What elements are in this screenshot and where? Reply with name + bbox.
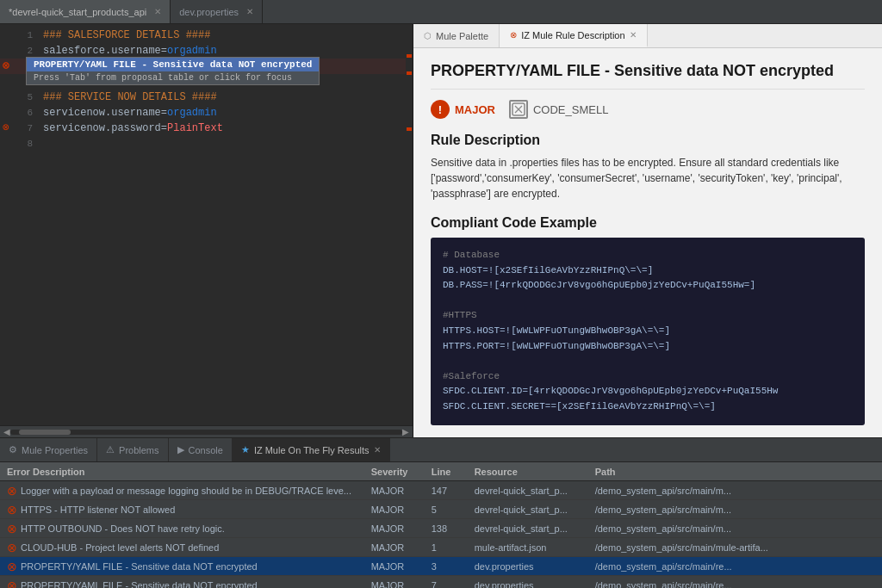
tab-devprops[interactable]: dev.properties ✕ [171, 0, 263, 23]
header-path: Path [588, 467, 882, 477]
error-dot-3: ⊗ [7, 541, 17, 554]
result-line-4: 3 [425, 561, 468, 572]
result-sev-5: MAJOR [364, 580, 425, 589]
result-desc-4: ⊗ PROPERTY/YAML FILE - Sensitive data NO… [0, 560, 364, 573]
result-sev-2: MAJOR [364, 523, 425, 534]
result-resource-0: devrel-quick_start_p... [468, 486, 588, 496]
top-tab-bar: *devrel-quick_start_products_api ✕ dev.p… [0, 0, 882, 24]
tab-rule-label: IZ Mule Rule Description [521, 30, 624, 40]
header-line: Line [425, 467, 468, 477]
line-content-7: servicenow.password=PlainText [40, 121, 413, 136]
result-sev-3: MAJOR [364, 542, 425, 553]
rule-content: PROPERTY/YAML FILE - Sensitive data NOT … [413, 48, 882, 437]
tab-problems[interactable]: ⚠ Problems [97, 438, 168, 461]
properties-icon: ⚙ [9, 444, 17, 455]
example-title: Compliant Code Example [431, 215, 865, 231]
major-badge: ! MAJOR [431, 100, 495, 119]
error-mark-1 [407, 54, 412, 58]
line5-error [0, 90, 12, 105]
line-content-1: ### SALESFORCE DETAILS #### [40, 28, 413, 43]
result-desc-2: ⊗ HTTP OUTBOUND - Does NOT have retry lo… [0, 522, 364, 535]
scrollbar-marks [406, 24, 413, 425]
code-line-1: 1 ### SALESFORCE DETAILS #### [0, 28, 413, 43]
line-num-8: 8 [12, 136, 40, 152]
line-content-8 [40, 136, 413, 152]
fly-results-icon: ★ [241, 444, 250, 455]
rule-desc-title: Rule Description [431, 133, 865, 148]
result-desc-3: ⊗ CLOUD-HUB - Project level alerts NOT d… [0, 541, 364, 554]
line3-error-icon: ⊗ [0, 59, 12, 74]
close-icon[interactable]: ✕ [154, 7, 161, 16]
line7-error-icon: ⊗ [0, 121, 12, 136]
editor-area[interactable]: 1 ### SALESFORCE DETAILS #### 2 salesfor… [0, 24, 413, 425]
result-resource-1: devrel-quick_start_p... [468, 504, 588, 515]
results-body: ⊗ Logger with a payload or message loggi… [0, 481, 882, 588]
result-line-2: 138 [425, 523, 468, 534]
scroll-right-btn[interactable]: ▶ [402, 427, 409, 436]
tab-console-label: Console [189, 445, 223, 455]
result-path-2: /demo_system_api/src/main/m... [588, 523, 882, 534]
code-line-7: ⊗ 7 servicenow.password=PlainText [0, 121, 413, 136]
line-content-5: ### SERVICE NOW DETAILS #### [40, 90, 413, 105]
tab-mule-palette[interactable]: ⬡ Mule Palette [413, 24, 500, 47]
bottom-area: ⚙ Mule Properties ⚠ Problems ▶ Console ★… [0, 437, 882, 588]
result-path-1: /demo_system_api/src/main/m... [588, 504, 882, 515]
smell-label: CODE_SMELL [533, 103, 608, 116]
result-sev-4: MAJOR [364, 561, 425, 572]
result-path-3: /demo_system_api/src/main/mule-artifa... [588, 542, 882, 553]
tab-fly-results[interactable]: ★ IZ Mule On The Fly Results ✕ [233, 438, 390, 461]
result-row-3[interactable]: ⊗ CLOUD-HUB - Project level alerts NOT d… [0, 538, 882, 557]
result-row-5[interactable]: ⊗ PROPERTY/YAML FILE - Sensitive data NO… [0, 576, 882, 588]
line4-error [0, 74, 12, 90]
rule-badges: ! MAJOR CODE_SMELL [431, 100, 865, 119]
rule-panel: ⬡ Mule Palette ⊗ IZ Mule Rule Descriptio… [413, 24, 882, 437]
tab-fly-results-label: IZ Mule On The Fly Results [254, 445, 370, 455]
result-resource-5: dev.properties [468, 580, 588, 589]
tab-mule-properties[interactable]: ⚙ Mule Properties [0, 438, 97, 461]
editor-hscroll[interactable]: ◀ ▶ [0, 425, 413, 437]
result-line-1: 5 [425, 504, 468, 515]
header-desc: Error Description [0, 467, 364, 477]
close-rule-icon[interactable]: ✕ [630, 30, 637, 40]
error-mark-3 [407, 127, 412, 131]
result-sev-1: MAJOR [364, 504, 425, 515]
tab-rule-description[interactable]: ⊗ IZ Mule Rule Description ✕ [500, 24, 647, 47]
result-path-5: /demo_system_api/src/main/re... [588, 580, 882, 589]
right-tab-bar: ⬡ Mule Palette ⊗ IZ Mule Rule Descriptio… [413, 24, 882, 48]
error-dot-0: ⊗ [7, 484, 17, 498]
result-line-5: 7 [425, 580, 468, 589]
tooltip-hint: Press 'Tab' from proposal table or click… [27, 71, 319, 84]
result-resource-2: devrel-quick_start_p... [468, 523, 588, 534]
problems-icon: ⚠ [106, 444, 115, 455]
console-icon: ▶ [177, 444, 184, 455]
tooltip-popup[interactable]: PROPERTY/YAML FILE - Sensitive data NOT … [26, 57, 320, 85]
result-row-4[interactable]: ⊗ PROPERTY/YAML FILE - Sensitive data NO… [0, 557, 882, 576]
line6-error [0, 105, 12, 121]
result-resource-4: dev.properties [468, 561, 588, 572]
results-table: Error Description Severity Line Resource… [0, 462, 882, 588]
hscroll-thumb[interactable] [19, 430, 71, 435]
result-row-0[interactable]: ⊗ Logger with a payload or message loggi… [0, 481, 882, 500]
rule-title: PROPERTY/YAML FILE - Sensitive data NOT … [431, 62, 865, 90]
tab-problems-label: Problems [119, 445, 158, 455]
results-header: Error Description Severity Line Resource… [0, 462, 882, 481]
error-dot-5: ⊗ [7, 579, 17, 589]
result-row-2[interactable]: ⊗ HTTP OUTBOUND - Does NOT have retry lo… [0, 519, 882, 538]
line2-error [0, 43, 12, 59]
smell-badge: CODE_SMELL [509, 100, 608, 119]
error-mark-2 [407, 71, 412, 75]
scroll-left-btn[interactable]: ◀ [3, 427, 10, 436]
tab-palette-label: Mule Palette [436, 31, 488, 41]
result-row-1[interactable]: ⊗ HTTPS - HTTP listener NOT allowed MAJO… [0, 500, 882, 519]
major-label: MAJOR [455, 103, 495, 116]
tab-devrel[interactable]: *devrel-quick_start_products_api ✕ [0, 0, 171, 23]
result-desc-1: ⊗ HTTPS - HTTP listener NOT allowed [0, 503, 364, 517]
close-icon[interactable]: ✕ [246, 7, 253, 16]
tab-console[interactable]: ▶ Console [169, 438, 233, 461]
close-bottom-tab-icon[interactable]: ✕ [374, 445, 381, 455]
header-severity: Severity [364, 467, 425, 477]
major-icon: ! [431, 100, 450, 119]
line1-error [0, 28, 12, 43]
line8-error [0, 136, 12, 152]
tab-devrel-label: *devrel-quick_start_products_api [9, 7, 146, 17]
